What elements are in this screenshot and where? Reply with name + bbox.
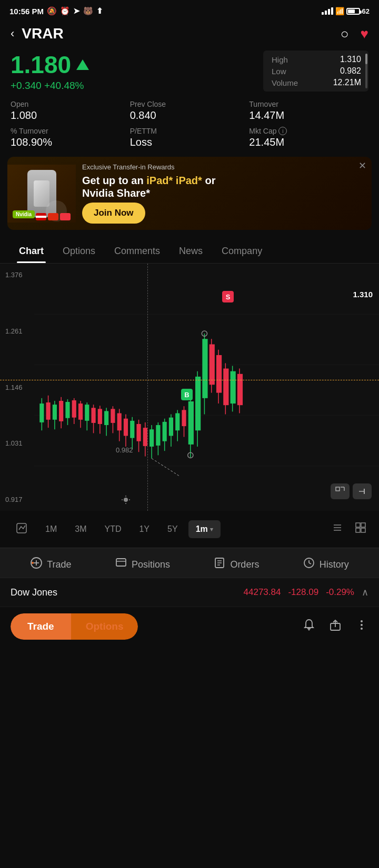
chart-settings-button[interactable] [351,520,371,539]
status-left: 10:56 PM 🔕 ⏰ ➤ 🐻 ⬆ [9,6,103,16]
open-value: 1.080 [11,109,130,122]
search-icon[interactable]: ○ [341,26,349,42]
ad-close-button[interactable]: ✕ [358,161,366,170]
price-change: +0.340 +40.48% [11,80,89,92]
battery-pct: 62 [362,7,370,15]
price-left: 1.180 +0.340 +40.48% [11,51,89,92]
flag-badges [36,213,71,220]
signal-price-label: 1.310 [353,290,373,299]
flag-sg [60,213,71,220]
tab-chart[interactable]: Chart [9,237,53,263]
time-3m-button[interactable]: 3M [67,520,94,538]
candlestick-svg [34,264,379,511]
svg-rect-47 [175,413,179,431]
time-1m-button[interactable]: 1M [38,520,64,538]
stats-grid: Open 1.080 Prev Close 0.840 Turnover 14.… [0,97,379,154]
stat-turnover: Turnover 14.47M [249,100,368,122]
location-icon: ➤ [73,6,80,16]
nav-history[interactable]: History [303,557,349,572]
options-button[interactable]: Options [71,613,138,640]
svg-rect-51 [188,401,194,445]
time-interval-selector[interactable]: 1m ▾ [188,520,221,538]
ad-title-nvidia-share: Nvidia Share* [82,187,150,199]
dow-jones-pct: -0.29% [326,587,354,598]
time-display: 10:56 PM [9,7,44,16]
compare-button[interactable] [327,520,347,539]
svg-rect-61 [223,369,228,406]
ad-subtitle: Exclusive Transfer-in Rewards [82,163,364,171]
dow-jones-name: Dow Jones [11,587,57,598]
mute-icon: 🔕 [47,6,57,16]
chart-tabs: Chart Options Comments News Company [0,237,379,264]
tab-company[interactable]: Company [212,237,272,263]
bottom-actions: Trade Options [0,607,379,646]
prev-close-label: Prev Close [130,100,250,108]
tab-comments[interactable]: Comments [105,237,169,263]
signal-bar-2 [325,11,327,15]
open-label: Open [11,100,130,108]
svg-rect-31 [124,419,128,436]
pct-turnover-label: % Turnover [11,127,130,135]
ticker-expand-icon[interactable]: ∧ [362,587,368,598]
price-chart[interactable]: 1.376 1.261 1.146 1.031 0.917 S 1.310 B … [0,264,379,511]
mkt-cap-info-icon[interactable]: i [278,127,287,135]
turnover-value: 14.47M [249,109,368,122]
current-price: 1.180 [11,51,71,79]
nav-orders[interactable]: Orders [213,557,259,572]
interval-chevron-icon: ▾ [210,526,213,533]
dow-jones-change: -128.09 [288,587,318,598]
tab-news[interactable]: News [169,237,212,263]
time-ytd-button[interactable]: YTD [97,520,128,538]
low-label: Low [272,67,286,76]
auto-range-button[interactable] [8,518,35,540]
battery-indicator [346,8,360,15]
tab-options[interactable]: Options [53,237,105,263]
trade-icon [30,557,43,572]
svg-rect-27 [111,409,115,423]
notification-icon: ⬆ [96,6,103,16]
join-now-button[interactable]: Join Now [82,203,145,224]
notification-bell-button[interactable] [302,618,316,635]
back-bar-button[interactable] [353,483,372,499]
flag-my [36,213,46,220]
svg-rect-53 [195,377,201,430]
share-button[interactable] [328,618,342,635]
y-label-3: 1.146 [5,383,23,391]
sell-signal-badge: S [222,291,234,302]
back-button[interactable]: ‹ [11,27,14,41]
selected-interval-label: 1m [196,524,208,534]
orders-label: Orders [230,559,259,570]
status-right: 📶 62 [322,7,370,15]
volume-row: Volume 12.21M [272,77,368,88]
svg-rect-9 [53,405,57,420]
chart-y-labels: 1.376 1.261 1.146 1.031 0.917 [5,264,23,511]
time-5y-button[interactable]: 5Y [160,520,185,538]
expand-chart-button[interactable] [331,483,350,499]
ad-banner: Nvidia Exclusive Transfer-in Rewards Get… [7,157,372,230]
scroll-indicator [365,54,367,88]
dow-jones-price: 44273.84 [244,587,281,598]
price-main: 1.180 [11,51,89,79]
pe-label: P/ETTM [130,127,250,135]
nav-positions[interactable]: Positions [115,557,170,572]
svg-rect-29 [117,413,122,431]
prev-close-value: 0.840 [130,109,250,122]
ticker-name: VRAR [22,25,63,42]
signal-bar-3 [328,9,330,15]
trade-button[interactable]: Trade [11,613,71,640]
positions-label: Positions [132,559,170,570]
buy-signal-badge: B [181,389,193,400]
tablet-graphic [34,180,49,207]
svg-rect-5 [39,403,44,422]
svg-line-68 [152,458,179,476]
more-options-button[interactable] [355,618,368,635]
svg-rect-39 [149,429,154,447]
low-price-label: 0.982 [116,446,133,454]
signal-bar-1 [322,12,324,15]
time-1y-button[interactable]: 1Y [132,520,157,538]
nav-trade[interactable]: Trade [30,557,71,572]
watchlist-heart-icon[interactable]: ♥ [361,26,368,42]
ad-title-or: or [205,175,215,186]
reference-price-line [0,380,379,380]
ad-title-highlight: iPad* [146,175,173,186]
